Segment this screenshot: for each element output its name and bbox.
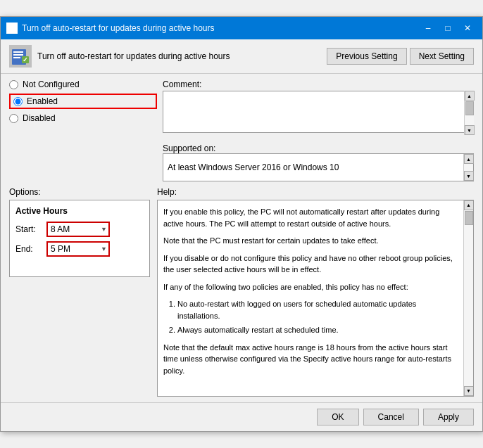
start-field-row: Start: 12 AM1 AM2 AM3 AM 4 AM5 AM6 AM7 A… [15,222,144,237]
svg-rect-3 [13,51,23,53]
supported-section: Supported on: At least Windows Server 20… [163,143,474,181]
scroll-up-comment[interactable]: ▲ [465,91,475,101]
title-bar: Turn off auto-restart for updates during… [1,17,482,39]
options-area: Active Hours Start: 12 AM1 AM2 AM3 AM 4 … [9,200,157,397]
title-bar-text: Turn off auto-restart for updates during… [22,23,214,33]
header-section: ✓ Turn off auto-restart for updates duri… [1,39,482,74]
radio-group: Not Configured Enabled Disabled [9,79,157,123]
svg-rect-4 [13,54,23,56]
scroll-down-comment[interactable]: ▼ [465,125,475,135]
header-left: ✓ Turn off auto-restart for updates duri… [9,45,327,68]
scroll-up-supported[interactable]: ▲ [464,154,474,164]
supported-label: Supported on: [163,143,215,153]
help-li2: Always automatically restart at schedule… [177,324,460,336]
end-label: End: [15,244,41,254]
footer: OK Cancel Apply [1,402,482,431]
options-help-section: Active Hours Start: 12 AM1 AM2 AM3 AM 4 … [1,200,482,402]
header-buttons: Previous Setting Next Setting [327,48,474,65]
svg-rect-0 [8,24,16,30]
help-label: Help: [157,187,177,197]
right-panel: Comment: ▲ ▼ Supported on: [163,79,474,181]
maximize-button[interactable]: □ [439,21,457,35]
scroll-track-supported [464,164,473,171]
options-label: Options: [9,187,41,197]
title-bar-controls: – □ ✕ [419,21,477,35]
cancel-button[interactable]: Cancel [363,409,419,425]
enabled-radio[interactable]: Enabled [9,94,157,109]
scroll-thumb-comment[interactable] [465,101,474,115]
help-p4: If any of the following two policies are… [163,281,460,293]
help-li1: No auto-restart with logged on users for… [177,298,460,321]
svg-rect-1 [9,30,15,32]
not-configured-radio[interactable]: Not Configured [9,79,157,89]
help-list: No auto-restart with logged on users for… [163,298,460,336]
end-field-row: End: 12 AM1 AM2 AM3 AM 4 AM5 AM6 AM7 AM … [15,241,144,257]
help-p5: Note that the default max active hours r… [163,342,460,377]
left-panel: Not Configured Enabled Disabled [9,79,157,181]
header-title: Turn off auto-restart for updates during… [37,51,230,61]
start-dropdown[interactable]: 12 AM1 AM2 AM3 AM 4 AM5 AM6 AM7 AM 8 AM9… [48,223,108,236]
supported-value: At least Windows Server 2016 or Windows … [168,162,339,172]
title-bar-left: Turn off auto-restart for updates during… [6,23,214,34]
apply-button[interactable]: Apply [423,409,474,425]
end-dropdown-wrapper: 12 AM1 AM2 AM3 AM 4 AM5 AM6 AM7 AM 8 AM9… [46,241,110,257]
comment-textarea[interactable] [163,91,474,133]
start-dropdown-wrapper: 12 AM1 AM2 AM3 AM 4 AM5 AM6 AM7 AM 8 AM9… [46,222,110,237]
scroll-down-supported[interactable]: ▼ [464,171,474,181]
window-icon [6,23,18,34]
scroll-track-help [464,210,473,386]
comment-label: Comment: [163,79,474,89]
help-area: If you enable this policy, the PC will n… [157,200,474,397]
policy-icon: ✓ [9,45,32,68]
scroll-thumb-help[interactable] [465,211,473,225]
svg-text:✓: ✓ [23,56,28,63]
scroll-down-help[interactable]: ▼ [464,386,474,396]
svg-rect-5 [13,57,20,58]
help-p3: If you disable or do not configure this … [163,252,460,276]
ok-button[interactable]: OK [317,409,358,425]
help-box: If you enable this policy, the PC will n… [157,200,474,397]
scroll-track-comment [465,101,474,125]
prev-setting-button[interactable]: Previous Setting [327,48,406,65]
main-content: Not Configured Enabled Disabled Comment: [1,74,482,187]
help-p2: Note that the PC must restart for certai… [163,235,460,247]
minimize-button[interactable]: – [419,21,437,35]
main-window: Turn off auto-restart for updates during… [0,16,483,432]
comment-section: Comment: ▲ ▼ [163,79,474,135]
active-hours-box: Active Hours Start: 12 AM1 AM2 AM3 AM 4 … [9,200,150,277]
help-p1: If you enable this policy, the PC will n… [163,206,460,229]
end-dropdown[interactable]: 12 AM1 AM2 AM3 AM 4 AM5 AM6 AM7 AM 8 AM9… [48,243,108,255]
scroll-up-help[interactable]: ▲ [464,200,474,210]
active-hours-title: Active Hours [15,206,144,216]
start-label: Start: [15,224,41,234]
disabled-radio[interactable]: Disabled [9,113,157,123]
close-button[interactable]: ✕ [458,21,477,35]
next-setting-button[interactable]: Next Setting [410,48,474,65]
